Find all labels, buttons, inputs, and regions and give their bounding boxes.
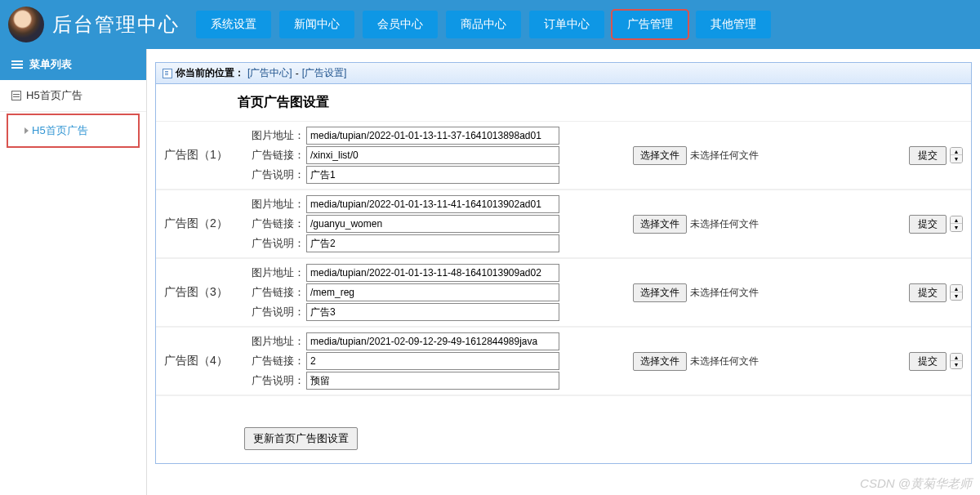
ad-link-label: 广告链接： — [241, 216, 305, 231]
main: 你当前的位置： [广告中心] - [广告设置] 首页广告图设置 广告图（1）图片… — [147, 49, 980, 495]
image-addr-label: 图片地址： — [241, 334, 305, 349]
sidebar-link-h5-home-ad[interactable]: H5首页广告 — [7, 114, 140, 148]
sidebar-category[interactable]: H5首页广告 — [0, 80, 146, 112]
ad-row-title: 广告图（3） — [159, 285, 241, 300]
menu-icon — [11, 60, 23, 69]
page-icon — [163, 69, 172, 78]
ad-row: 广告图（1）图片地址：广告链接：广告说明：选择文件未选择任何文件提交▲▼ — [156, 121, 971, 189]
ad-row: 广告图（3）图片地址：广告链接：广告说明：选择文件未选择任何文件提交▲▼ — [156, 257, 971, 326]
nav-item-4[interactable]: 订单中心 — [529, 11, 604, 38]
sidebar-link-label: H5首页广告 — [32, 123, 88, 138]
sidebar-category-label: H5首页广告 — [26, 88, 82, 103]
file-picker: 选择文件未选择任何文件 — [633, 283, 759, 302]
sidebar-menu-title: 菜单列表 — [29, 57, 72, 72]
submit-button[interactable]: 提交 — [909, 352, 947, 371]
choose-file-button[interactable]: 选择文件 — [633, 146, 687, 165]
ad-link-input[interactable] — [306, 352, 559, 370]
image-addr-label: 图片地址： — [241, 265, 305, 280]
nav-item-6[interactable]: 其他管理 — [696, 11, 771, 38]
submit-button[interactable]: 提交 — [909, 146, 947, 165]
ad-desc-input[interactable] — [306, 303, 559, 321]
ad-desc-label: 广告说明： — [241, 167, 305, 182]
caret-right-icon — [24, 127, 29, 134]
submit-col: 提交▲▼ — [909, 283, 963, 302]
ad-fields: 图片地址：广告链接：广告说明： — [241, 264, 559, 321]
top-nav: 系统设置新闻中心会员中心商品中心订单中心广告管理其他管理 — [196, 11, 771, 38]
image-addr-label: 图片地址： — [241, 197, 305, 212]
breadcrumb-sep: - — [296, 68, 299, 79]
nav-item-3[interactable]: 商品中心 — [446, 11, 521, 38]
file-picker: 选择文件未选择任何文件 — [633, 146, 759, 165]
submit-button[interactable]: 提交 — [909, 283, 947, 302]
image-addr-input[interactable] — [306, 332, 559, 350]
number-stepper[interactable]: ▲▼ — [950, 147, 963, 163]
ad-link-input[interactable] — [306, 283, 559, 301]
panel: 你当前的位置： [广告中心] - [广告设置] 首页广告图设置 广告图（1）图片… — [155, 62, 972, 464]
file-picker: 选择文件未选择任何文件 — [633, 215, 759, 234]
edit-icon — [11, 91, 21, 100]
choose-file-button[interactable]: 选择文件 — [633, 352, 687, 371]
sidebar: 菜单列表 H5首页广告 H5首页广告 — [0, 49, 147, 495]
ad-fields: 图片地址：广告链接：广告说明： — [241, 332, 559, 390]
submit-col: 提交▲▼ — [909, 146, 963, 165]
nav-item-0[interactable]: 系统设置 — [196, 11, 271, 38]
ad-row-title: 广告图（4） — [159, 354, 241, 368]
stepper-up-icon[interactable]: ▲ — [951, 285, 962, 292]
stepper-down-icon[interactable]: ▼ — [951, 224, 962, 231]
header: 后台管理中心 系统设置新闻中心会员中心商品中心订单中心广告管理其他管理 — [0, 0, 980, 49]
stepper-down-icon[interactable]: ▼ — [951, 292, 962, 300]
ad-row: 广告图（4）图片地址：广告链接：广告说明：选择文件未选择任何文件提交▲▼ — [156, 326, 971, 395]
ad-link-input[interactable] — [306, 146, 559, 164]
ad-desc-input[interactable] — [306, 166, 559, 184]
number-stepper[interactable]: ▲▼ — [950, 284, 963, 301]
nav-item-1[interactable]: 新闻中心 — [279, 11, 354, 38]
content: 首页广告图设置 广告图（1）图片地址：广告链接：广告说明：选择文件未选择任何文件… — [156, 84, 971, 463]
site-title: 后台管理中心 — [52, 11, 180, 38]
stepper-up-icon[interactable]: ▲ — [951, 216, 962, 224]
breadcrumb: 你当前的位置： [广告中心] - [广告设置] — [156, 63, 971, 84]
stepper-down-icon[interactable]: ▼ — [951, 155, 962, 163]
ad-row-title: 广告图（2） — [159, 216, 241, 231]
image-addr-label: 图片地址： — [241, 128, 305, 143]
submit-button[interactable]: 提交 — [909, 215, 947, 234]
ad-desc-label: 广告说明： — [241, 236, 305, 251]
ad-row-title: 广告图（1） — [159, 148, 241, 163]
ad-desc-input[interactable] — [306, 234, 559, 252]
breadcrumb-prefix: 你当前的位置： — [176, 66, 244, 80]
choose-file-button[interactable]: 选择文件 — [633, 283, 687, 302]
stepper-up-icon[interactable]: ▲ — [951, 354, 962, 361]
footer-bar — [156, 395, 971, 414]
nav-item-2[interactable]: 会员中心 — [363, 11, 438, 38]
sidebar-menu-header: 菜单列表 — [0, 49, 146, 80]
number-stepper[interactable]: ▲▼ — [950, 353, 963, 369]
number-stepper[interactable]: ▲▼ — [950, 216, 963, 232]
update-settings-button[interactable]: 更新首页广告图设置 — [244, 427, 358, 450]
ad-link-input[interactable] — [306, 215, 559, 233]
image-addr-input[interactable] — [306, 264, 559, 282]
no-file-text: 未选择任何文件 — [690, 286, 759, 300]
image-addr-input[interactable] — [306, 195, 559, 213]
breadcrumb-path2[interactable]: [广告设置] — [302, 66, 347, 80]
ad-link-label: 广告链接： — [241, 148, 305, 163]
no-file-text: 未选择任何文件 — [690, 355, 759, 368]
logo: 后台管理中心 — [8, 7, 180, 42]
ad-fields: 图片地址：广告链接：广告说明： — [241, 127, 559, 184]
choose-file-button[interactable]: 选择文件 — [633, 215, 687, 234]
submit-col: 提交▲▼ — [909, 215, 963, 234]
section-title: 首页广告图设置 — [156, 84, 971, 121]
ad-desc-input[interactable] — [306, 372, 559, 390]
stepper-up-icon[interactable]: ▲ — [951, 148, 962, 155]
image-addr-input[interactable] — [306, 127, 559, 145]
ad-link-label: 广告链接： — [241, 354, 305, 368]
nav-item-5[interactable]: 广告管理 — [612, 11, 688, 38]
file-picker: 选择文件未选择任何文件 — [633, 352, 759, 371]
stepper-down-icon[interactable]: ▼ — [951, 361, 962, 368]
ad-row: 广告图（2）图片地址：广告链接：广告说明：选择文件未选择任何文件提交▲▼ — [156, 189, 971, 257]
no-file-text: 未选择任何文件 — [690, 217, 759, 231]
breadcrumb-path1[interactable]: [广告中心] — [247, 66, 292, 80]
submit-col: 提交▲▼ — [909, 352, 963, 371]
ad-desc-label: 广告说明： — [241, 373, 305, 388]
no-file-text: 未选择任何文件 — [690, 149, 759, 163]
avatar — [8, 7, 44, 42]
ad-fields: 图片地址：广告链接：广告说明： — [241, 195, 559, 252]
